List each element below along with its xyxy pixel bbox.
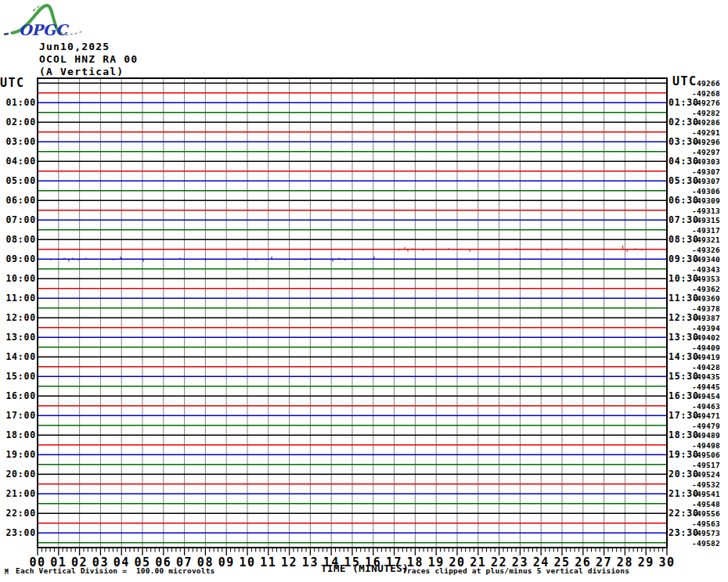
right-edge-value: -49402	[692, 333, 720, 342]
right-edge-value: -49548	[692, 499, 720, 508]
right-edge-value: -49573	[692, 529, 720, 537]
minute-tick-label: 10	[239, 555, 255, 569]
right-edge-value: -49297	[692, 147, 720, 156]
minute-tick-label: 30	[658, 555, 675, 569]
right-edge-value: -49435	[692, 372, 720, 381]
right-edge-value: -49378	[692, 304, 720, 312]
right-edge-value: -49563	[692, 519, 720, 527]
clipping-note: Traces clipped at plus/minus 5 vertical …	[402, 566, 629, 575]
minute-tick-label: 29	[638, 555, 654, 569]
left-time-label: 07:00	[0, 214, 36, 225]
right-edge-value: -49445	[692, 382, 720, 390]
right-edge-value: -49296	[692, 138, 720, 146]
left-time-label: 18:00	[0, 429, 36, 440]
left-time-label: 08:00	[0, 234, 36, 245]
right-edge-value: -49428	[692, 362, 720, 371]
left-time-label: 10:00	[0, 273, 36, 284]
right-edge-value: -49387	[692, 314, 720, 322]
right-edge-value: -49362	[692, 284, 720, 293]
right-edge-value: -49291	[692, 128, 720, 136]
left-time-label: 21:00	[0, 488, 36, 499]
minute-tick-label: 13	[302, 555, 319, 569]
right-edge-value: -49541	[692, 490, 720, 498]
left-time-label: 22:00	[0, 508, 36, 519]
right-edge-value: -49517	[692, 460, 720, 469]
minute-tick-label: 11	[260, 555, 276, 569]
right-edge-value: -49343	[692, 264, 720, 273]
right-edge-value: -49315	[692, 216, 720, 225]
right-edge-value: -49353	[692, 275, 720, 283]
right-edge-value: -49286	[692, 118, 720, 127]
right-edge-value: -49326	[692, 245, 720, 253]
vertical-division-note: Each Vertical Division = 100.00 microvol…	[16, 566, 215, 575]
right-edge-value: -49454	[692, 392, 720, 401]
right-edge-value: -49282	[692, 108, 720, 117]
right-edge-value: -49309	[692, 196, 720, 205]
right-edge-value: -49506	[692, 451, 720, 459]
left-time-label: 12:00	[0, 312, 36, 323]
minute-tick-label: 12	[281, 555, 297, 569]
right-edge-value: -49313	[692, 206, 720, 214]
right-edge-value: -49266	[692, 79, 720, 88]
right-edge-value: -49419	[692, 353, 720, 361]
left-time-label: 03:00	[0, 136, 36, 147]
right-edge-value: -49409	[692, 343, 720, 351]
right-edge-value: -49582	[692, 538, 720, 547]
right-edge-value: -49306	[692, 186, 720, 195]
right-edge-value: -49498	[692, 440, 720, 449]
left-time-label: 19:00	[0, 449, 36, 460]
axis-labels-layer: 01:0002:0003:0004:0005:0006:0007:0008:00…	[0, 0, 728, 582]
right-edge-value: -49556	[692, 509, 720, 518]
x-axis-title: TIME (MINUTES)	[321, 562, 409, 574]
right-edge-value: -49479	[692, 421, 720, 429]
right-edge-value: -49340	[692, 255, 720, 264]
right-edge-value: -49471	[692, 411, 720, 420]
right-edge-value: -49307	[692, 167, 720, 175]
left-time-label: 14:00	[0, 351, 36, 362]
right-edge-value: -49463	[692, 401, 720, 410]
left-time-label: 15:00	[0, 371, 36, 382]
left-time-label: 11:00	[0, 293, 36, 304]
right-edge-value: -49321	[692, 235, 720, 244]
right-edge-value: -49394	[692, 323, 720, 332]
minute-tick-label: 09	[218, 555, 235, 569]
left-time-label: 06:00	[0, 195, 36, 206]
right-edge-value: -49268	[692, 88, 720, 97]
right-edge-value: -49276	[692, 99, 720, 107]
scale-marker: M	[5, 569, 9, 576]
left-time-label: 04:00	[0, 156, 36, 167]
helicorder-page: OPGC Jun10,2025 OCOL HNZ RA 00 (A Vertic…	[0, 0, 728, 582]
left-time-label: 02:00	[0, 117, 36, 128]
right-edge-value: -49307	[692, 177, 720, 185]
right-edge-value: -49489	[692, 431, 720, 440]
left-time-label: 20:00	[0, 469, 36, 480]
right-edge-value: -49317	[692, 225, 720, 234]
right-edge-value: -49524	[692, 470, 720, 479]
right-edge-value: -49532	[692, 480, 720, 488]
left-time-label: 01:00	[0, 97, 36, 108]
left-time-label: 13:00	[0, 332, 36, 343]
left-time-label: 23:00	[0, 527, 36, 538]
left-time-label: 17:00	[0, 410, 36, 421]
right-edge-value: -49369	[692, 294, 720, 303]
left-time-label: 09:00	[0, 253, 36, 264]
left-time-label: 05:00	[0, 175, 36, 186]
left-time-label: 16:00	[0, 390, 36, 401]
right-edge-value: -49303	[692, 157, 720, 166]
